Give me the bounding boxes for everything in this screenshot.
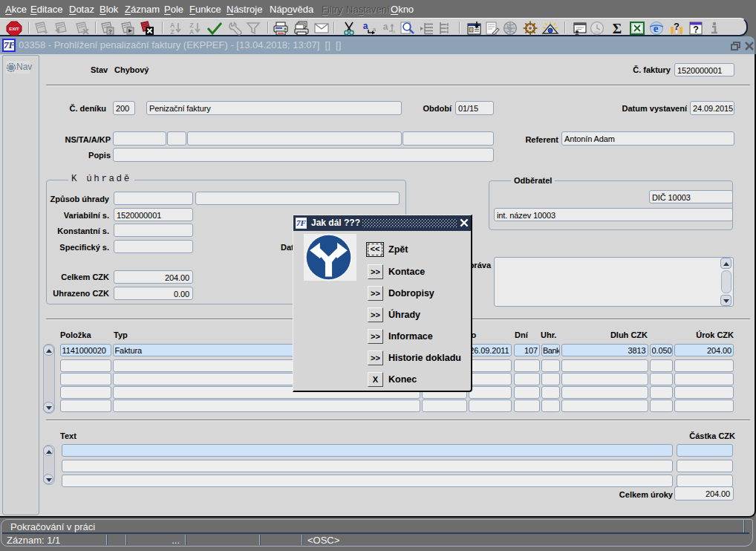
svg-text:Σ: Σ bbox=[613, 21, 622, 36]
svg-text:a: a bbox=[392, 28, 396, 35]
svg-text:a: a bbox=[373, 26, 377, 33]
svg-text:?: ? bbox=[693, 25, 699, 35]
svg-text:EXIT: EXIT bbox=[9, 27, 19, 31]
svg-text:?: ? bbox=[674, 21, 680, 32]
svg-text:A: A bbox=[189, 28, 194, 36]
svg-text:e: e bbox=[654, 22, 659, 34]
svg-text:a: a bbox=[363, 21, 368, 31]
svg-text:?: ? bbox=[108, 28, 112, 35]
svg-text:a: a bbox=[383, 22, 388, 32]
svg-text:Z: Z bbox=[170, 28, 174, 36]
svg-text:1315: 1315 bbox=[594, 31, 600, 34]
svg-text:+: + bbox=[44, 29, 48, 36]
